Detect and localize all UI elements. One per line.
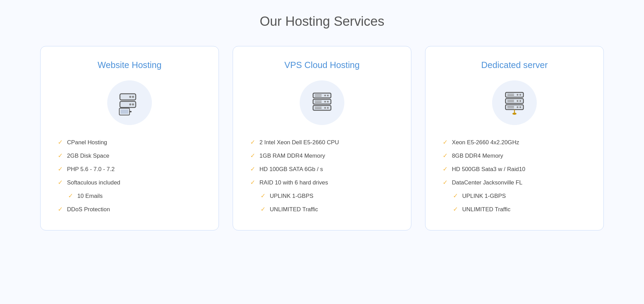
feature-text: UNLIMITED Traffic xyxy=(270,206,318,213)
check-icon: ✓ xyxy=(250,166,255,173)
feature-text: 10 Emails xyxy=(77,193,103,200)
svg-point-41 xyxy=(512,113,517,115)
features-list-dedicated-server: ✓Xeon E5-2660 4x2.20GHz✓8GB DDR4 Memory✓… xyxy=(443,139,586,213)
check-icon: ✓ xyxy=(250,179,255,186)
svg-point-5 xyxy=(129,103,131,105)
svg-rect-9 xyxy=(121,110,128,114)
check-icon: ✓ xyxy=(58,179,63,186)
check-icon: ✓ xyxy=(250,152,255,159)
list-item: ✓HD 100GB SATA 6Gb / s xyxy=(250,166,394,173)
check-icon: ✓ xyxy=(443,139,448,146)
card-title-website-hosting: Website Hosting xyxy=(98,60,162,70)
svg-point-16 xyxy=(327,101,329,103)
feature-text: CPanel Hosting xyxy=(67,139,107,146)
feature-text: HD 100GB SATA 6Gb / s xyxy=(259,166,323,173)
feature-text: 2GB Disk Space xyxy=(67,153,109,159)
dedicated-icon xyxy=(492,80,537,125)
list-item: ✓Xeon E5-2660 4x2.20GHz xyxy=(443,139,586,146)
list-item: ✓2GB Disk Space xyxy=(58,152,201,159)
svg-point-4 xyxy=(132,103,134,105)
feature-text: Xeon E5-2660 4x2.20GHz xyxy=(452,139,519,146)
svg-point-1 xyxy=(132,96,134,98)
list-item: ✓UPLINK 1-GBPS xyxy=(443,192,586,200)
svg-point-32 xyxy=(517,100,519,102)
list-item: ✓UNLIMITED Traffic xyxy=(250,206,394,213)
card-website-hosting: Website Hosting ✓CPanel Hosting✓2GB Disk… xyxy=(40,46,219,230)
svg-point-12 xyxy=(324,95,326,97)
feature-text: 2 Intel Xeon Dell E5-2660 CPU xyxy=(259,139,339,146)
svg-point-21 xyxy=(327,107,329,109)
page-title: Our Hosting Services xyxy=(260,14,385,29)
feature-text: 1GB RAM DDR4 Memory xyxy=(259,153,325,159)
svg-point-22 xyxy=(324,107,326,109)
check-icon: ✓ xyxy=(443,166,448,173)
check-icon: ✓ xyxy=(443,179,448,186)
check-icon: ✓ xyxy=(58,139,63,146)
list-item: ✓RAID 10 with 6 hard drives xyxy=(250,179,394,186)
check-icon: ✓ xyxy=(68,192,73,200)
check-icon: ✓ xyxy=(58,166,63,173)
svg-point-26 xyxy=(520,94,521,96)
feature-text: UPLINK 1-GBPS xyxy=(270,193,313,200)
check-icon: ✓ xyxy=(250,139,255,146)
svg-point-27 xyxy=(517,94,519,96)
card-vps-cloud-hosting: VPS Cloud Hosting ✓2 Intel Xeon Dell E5-… xyxy=(233,46,411,230)
card-dedicated-server: Dedicated server ✓Xeon E5-2660 4 xyxy=(425,46,604,230)
list-item: ✓DDoS Protection xyxy=(58,206,201,213)
feature-text: PHP 5.6 - 7.0 - 7.2 xyxy=(67,166,115,173)
list-item: ✓UNLIMITED Traffic xyxy=(443,206,586,213)
check-icon: ✓ xyxy=(58,152,63,159)
feature-text: RAID 10 with 6 hard drives xyxy=(259,179,328,186)
feature-text: DataCenter Jacksonville FL xyxy=(452,179,522,186)
list-item: ✓HD 500GB Sata3 w / Raid10 xyxy=(443,166,586,173)
check-icon: ✓ xyxy=(260,206,266,213)
feature-text: UNLIMITED Traffic xyxy=(462,206,511,213)
svg-point-31 xyxy=(520,100,521,102)
feature-text: DDoS Protection xyxy=(67,206,110,213)
svg-point-37 xyxy=(517,106,519,108)
card-title-vps-cloud-hosting: VPS Cloud Hosting xyxy=(284,60,359,70)
list-item: ✓PHP 5.6 - 7.0 - 7.2 xyxy=(58,166,201,173)
feature-text: HD 500GB Sata3 w / Raid10 xyxy=(452,166,525,173)
list-item: ✓UPLINK 1-GBPS xyxy=(250,192,394,200)
list-item: ✓Softaculous included xyxy=(58,179,201,186)
feature-text: UPLINK 1-GBPS xyxy=(462,193,506,200)
list-item: ✓CPanel Hosting xyxy=(58,139,201,146)
features-list-website-hosting: ✓CPanel Hosting✓2GB Disk Space✓PHP 5.6 -… xyxy=(58,139,201,213)
check-icon: ✓ xyxy=(260,192,266,200)
check-icon: ✓ xyxy=(58,206,63,213)
features-list-vps-cloud-hosting: ✓2 Intel Xeon Dell E5-2660 CPU✓1GB RAM D… xyxy=(250,139,394,213)
card-title-dedicated-server: Dedicated server xyxy=(481,60,547,70)
check-icon: ✓ xyxy=(453,192,458,200)
check-icon: ✓ xyxy=(443,152,448,159)
list-item: ✓DataCenter Jacksonville FL xyxy=(443,179,586,186)
list-item: ✓2 Intel Xeon Dell E5-2660 CPU xyxy=(250,139,394,146)
svg-point-2 xyxy=(129,96,131,98)
check-icon: ✓ xyxy=(453,206,458,213)
list-item: ✓10 Emails xyxy=(58,192,201,200)
svg-point-17 xyxy=(324,101,326,103)
list-item: ✓1GB RAM DDR4 Memory xyxy=(250,152,394,159)
feature-text: 8GB DDR4 Memory xyxy=(452,153,503,159)
server-icon xyxy=(300,80,344,125)
svg-point-36 xyxy=(520,106,521,108)
feature-text: Softaculous included xyxy=(67,179,120,186)
hosting-icon xyxy=(107,80,152,125)
svg-point-11 xyxy=(327,95,329,97)
cards-container: Website Hosting ✓CPanel Hosting✓2GB Disk… xyxy=(30,46,614,230)
list-item: ✓8GB DDR4 Memory xyxy=(443,152,586,159)
